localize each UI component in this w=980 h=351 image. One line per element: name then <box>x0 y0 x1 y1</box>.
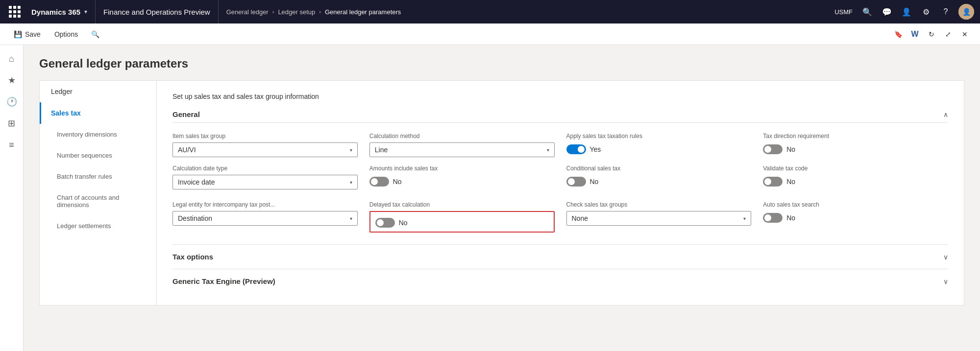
company-code: USMF <box>831 8 857 16</box>
auto-sales-tax-search-toggle[interactable] <box>763 213 783 223</box>
modules-icon[interactable]: ≡ <box>2 135 22 155</box>
item-sales-tax-group-value: AU/VI <box>178 146 348 154</box>
validate-tax-code-value: No <box>786 178 795 186</box>
item-sales-tax-group-select[interactable]: AU/VI ▾ <box>172 142 358 157</box>
close-icon[interactable]: ✕ <box>957 27 972 42</box>
general-collapse-button[interactable]: ∧ <box>943 111 948 118</box>
home-icon[interactable]: ⌂ <box>2 49 22 69</box>
legal-entity-intercompany-label: Legal entity for intercompany tax post..… <box>172 201 358 208</box>
save-button[interactable]: 💾 Save <box>8 27 47 41</box>
breadcrumb: General ledger › Ledger setup › General … <box>219 8 831 16</box>
tax-options-title: Tax options <box>172 253 213 261</box>
apply-sales-tax-rules-label: Apply sales tax taxation rules <box>566 133 752 140</box>
check-sales-tax-groups-label: Check sales tax groups <box>566 201 752 208</box>
toolbar-right-tools: 🔖 W ↻ ⤢ ✕ <box>891 27 972 42</box>
tax-direction-requirement-label: Tax direction requirement <box>763 133 948 140</box>
content-area: General ledger parameters Ledger Sales t… <box>24 45 980 351</box>
check-sales-tax-groups-field: Check sales tax groups None ▾ <box>566 201 752 233</box>
chat-button[interactable]: 💬 <box>878 3 896 21</box>
bookmark-icon[interactable]: 🔖 <box>891 27 906 42</box>
word-icon[interactable]: W <box>907 27 922 42</box>
main-layout: ⌂ ★ 🕐 ⊞ ≡ General ledger parameters Ledg… <box>0 45 980 351</box>
nav-item-chart-accounts[interactable]: Chart of accounts and dimensions <box>40 187 156 215</box>
calculation-date-type-label: Calculation date type <box>172 165 358 172</box>
auto-sales-tax-search-toggle-group: No <box>763 213 948 223</box>
breadcrumb-chevron-1: › <box>272 9 274 15</box>
top-navigation: Dynamics 365 ▾ Finance and Operations Pr… <box>0 0 980 23</box>
breadcrumb-general-ledger[interactable]: General ledger <box>226 8 269 16</box>
options-button[interactable]: Options <box>49 27 84 41</box>
tax-direction-requirement-field: Tax direction requirement No <box>763 133 948 157</box>
validate-tax-code-toggle[interactable] <box>763 177 783 187</box>
generic-tax-section: Generic Tax Engine (Preview) ∨ <box>172 269 948 293</box>
general-section-label: General <box>172 110 200 118</box>
user-avatar[interactable]: 👤 <box>958 4 974 20</box>
tax-options-header[interactable]: Tax options ∨ <box>172 253 948 261</box>
breadcrumb-current: General ledger parameters <box>325 8 401 16</box>
calculation-date-type-select[interactable]: Invoice date ▾ <box>172 175 358 189</box>
two-column-layout: Ledger Sales tax Inventory dimensions Nu… <box>39 80 964 305</box>
delayed-tax-calculation-value: No <box>399 219 408 227</box>
left-sidebar: ⌂ ★ 🕐 ⊞ ≡ <box>0 45 24 351</box>
page-title: General ledger parameters <box>39 57 964 70</box>
app-grid-button[interactable] <box>6 0 24 23</box>
recent-icon[interactable]: 🕐 <box>2 92 22 112</box>
help-button[interactable]: ? <box>937 3 955 21</box>
workspaces-icon[interactable]: ⊞ <box>2 114 22 133</box>
svg-text:👤: 👤 <box>962 8 971 16</box>
nav-item-number-sequences[interactable]: Number sequences <box>40 145 156 166</box>
check-sales-tax-groups-select[interactable]: None ▾ <box>566 211 752 226</box>
legal-entity-intercompany-value: Destination <box>178 214 348 222</box>
nav-item-inventory-dimensions[interactable]: Inventory dimensions <box>40 124 156 145</box>
generic-tax-collapse-icon: ∨ <box>943 278 948 285</box>
legal-entity-intercompany-select[interactable]: Destination ▾ <box>172 211 358 226</box>
toolbar-search-button[interactable]: 🔍 <box>88 27 102 42</box>
apply-sales-tax-rules-value: Yes <box>590 145 601 153</box>
conditional-sales-tax-field: Conditional sales tax No <box>566 165 752 189</box>
general-section-header: General ∧ <box>172 110 948 123</box>
amounts-include-sales-tax-label: Amounts include sales tax <box>369 165 555 172</box>
brand-name: Dynamics 365 <box>31 8 80 16</box>
nav-item-batch-transfer-rules[interactable]: Batch transfer rules <box>40 166 156 187</box>
calculation-method-value: Line <box>375 146 545 154</box>
calculation-date-type-value: Invoice date <box>178 178 348 186</box>
validate-tax-code-field: Validate tax code No <box>763 165 948 189</box>
delayed-tax-calculation-field: Delayed tax calculation No <box>369 201 555 233</box>
apply-sales-tax-rules-field: Apply sales tax taxation rules Yes <box>566 133 752 157</box>
item-sales-tax-group-field: Item sales tax group AU/VI ▾ <box>172 133 358 157</box>
tax-direction-requirement-toggle[interactable] <box>763 144 783 154</box>
section-description: Set up sales tax and sales tax group inf… <box>172 93 948 100</box>
nav-item-sales-tax[interactable]: Sales tax <box>40 102 156 124</box>
favorites-icon[interactable]: ★ <box>2 70 22 90</box>
check-sales-tax-groups-value: None <box>572 214 742 222</box>
calculation-date-type-chevron: ▾ <box>350 180 352 185</box>
section-subtitle: Set up sales tax and sales tax group inf… <box>172 93 319 100</box>
nav-panel: Ledger Sales tax Inventory dimensions Nu… <box>39 80 157 305</box>
validate-tax-code-toggle-group: No <box>763 177 948 187</box>
brand-section[interactable]: Dynamics 365 ▾ <box>24 0 96 23</box>
refresh-icon[interactable]: ↻ <box>924 27 939 42</box>
amounts-include-sales-tax-toggle[interactable] <box>369 177 389 187</box>
user-button[interactable]: 👤 <box>898 3 915 21</box>
legal-entity-intercompany-field: Legal entity for intercompany tax post..… <box>172 201 358 233</box>
tax-options-section: Tax options ∨ <box>172 244 948 269</box>
conditional-sales-tax-toggle[interactable] <box>566 177 586 187</box>
search-button[interactable]: 🔍 <box>858 3 876 21</box>
settings-button[interactable]: ⚙ <box>917 3 935 21</box>
conditional-sales-tax-label: Conditional sales tax <box>566 165 752 172</box>
generic-tax-header[interactable]: Generic Tax Engine (Preview) ∨ <box>172 277 948 285</box>
save-label: Save <box>25 30 41 38</box>
app-name: Finance and Operations Preview <box>96 0 219 23</box>
conditional-sales-tax-value: No <box>590 178 599 186</box>
conditional-sales-tax-toggle-group: No <box>566 177 752 187</box>
delayed-tax-calculation-highlighted: No <box>369 211 555 233</box>
nav-item-ledger[interactable]: Ledger <box>40 81 156 102</box>
calculation-method-field: Calculation method Line ▾ <box>369 133 555 157</box>
nav-item-ledger-settlements[interactable]: Ledger settlements <box>40 215 156 236</box>
breadcrumb-ledger-setup[interactable]: Ledger setup <box>278 8 315 16</box>
calculation-method-select[interactable]: Line ▾ <box>369 142 555 157</box>
check-sales-tax-groups-chevron: ▾ <box>743 216 746 221</box>
delayed-tax-calculation-toggle[interactable] <box>375 218 395 228</box>
fullscreen-icon[interactable]: ⤢ <box>941 27 956 42</box>
apply-sales-tax-rules-toggle[interactable] <box>566 144 586 154</box>
